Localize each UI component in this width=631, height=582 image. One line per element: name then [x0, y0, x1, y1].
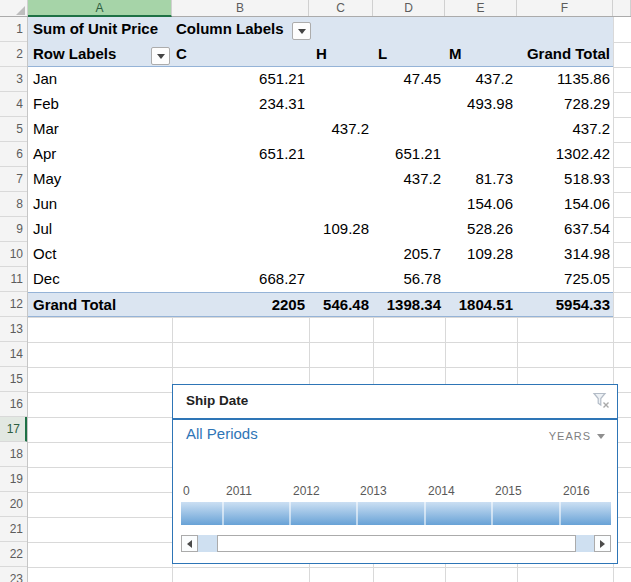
column-header-b[interactable]: B — [172, 0, 309, 16]
row-header-3[interactable]: 3 — [0, 67, 28, 92]
pivot-cell[interactable]: 1398.34 — [373, 293, 441, 318]
pivot-cell[interactable]: 493.98 — [445, 92, 513, 117]
timeline-bar[interactable] — [181, 502, 611, 525]
pivot-cell[interactable]: 437.2 — [445, 67, 513, 92]
pivot-row-label[interactable]: Mar — [33, 117, 59, 142]
pivot-row-label[interactable]: Jan — [33, 67, 57, 92]
row-header-1[interactable]: 1 — [0, 17, 28, 42]
pivot-cell[interactable]: 651.21 — [373, 142, 441, 167]
pivot-cell[interactable]: 56.78 — [373, 267, 441, 292]
pivot-cell[interactable]: 109.28 — [445, 242, 513, 267]
pivot-row-label[interactable]: Jun — [33, 192, 57, 217]
row-labels-filter-button[interactable] — [151, 47, 170, 65]
column-header-a[interactable]: A — [28, 0, 172, 17]
pivot-cell[interactable]: 651.21 — [172, 142, 305, 167]
clear-filter-button[interactable] — [590, 389, 612, 411]
pivot-cell[interactable]: 5954.33 — [517, 293, 610, 318]
pivot-cell[interactable]: 437.2 — [517, 117, 610, 142]
row-header-13[interactable]: 13 — [0, 317, 28, 342]
pivot-row-label[interactable]: Dec — [33, 267, 60, 292]
pivot-cell[interactable]: 81.73 — [445, 167, 513, 192]
time-level-label: YEARS — [549, 430, 591, 442]
pivot-row-label[interactable]: Feb — [33, 92, 59, 117]
pivot-col-header-grand-total[interactable]: Grand Total — [517, 42, 610, 67]
pivot-cell[interactable]: 205.7 — [373, 242, 441, 267]
pivot-cell[interactable]: 668.27 — [172, 267, 305, 292]
pivot-cell[interactable]: 518.93 — [517, 167, 610, 192]
pivot-cell[interactable]: 2205 — [172, 293, 305, 318]
scrollbar-thumb[interactable] — [217, 535, 576, 552]
column-header-d[interactable]: D — [373, 0, 445, 16]
row-header-12[interactable]: 12 — [0, 292, 28, 317]
pivot-title-cell[interactable]: Sum of Unit Price — [33, 17, 158, 42]
pivot-cell[interactable]: 437.2 — [309, 117, 369, 142]
pivot-cell[interactable]: 528.26 — [445, 217, 513, 242]
column-header-partial[interactable] — [613, 0, 631, 16]
row-header-4[interactable]: 4 — [0, 92, 28, 117]
row-header-14[interactable]: 14 — [0, 342, 28, 367]
pivot-cell[interactable]: 154.06 — [517, 192, 610, 217]
pivot-cell[interactable]: 109.28 — [309, 217, 369, 242]
timeline-segment[interactable] — [224, 502, 291, 525]
row-header-23[interactable]: 23 — [0, 567, 28, 582]
pivot-column-labels-cell[interactable]: Column Labels — [176, 17, 284, 42]
pivot-row-label[interactable]: Grand Total — [33, 293, 116, 318]
timeline-segment[interactable] — [358, 502, 426, 525]
row-header-21[interactable]: 21 — [0, 517, 28, 542]
row-header-5[interactable]: 5 — [0, 117, 28, 142]
row-header-8[interactable]: 8 — [0, 192, 28, 217]
pivot-cell[interactable]: 154.06 — [445, 192, 513, 217]
pivot-cell[interactable]: 728.29 — [517, 92, 610, 117]
pivot-cell[interactable]: 1135.86 — [517, 67, 610, 92]
row-header-16[interactable]: 16 — [0, 392, 28, 417]
pivot-cell[interactable]: 651.21 — [172, 67, 305, 92]
pivot-cell[interactable]: 546.48 — [309, 293, 369, 318]
pivot-col-header-h[interactable]: H — [316, 42, 327, 67]
pivot-cell[interactable]: 637.54 — [517, 217, 610, 242]
column-header-e[interactable]: E — [445, 0, 517, 16]
select-all-corner[interactable] — [0, 0, 28, 16]
row-header-11[interactable]: 11 — [0, 267, 28, 292]
pivot-cell[interactable]: 1302.42 — [517, 142, 610, 167]
pivot-row-labels-cell[interactable]: Row Labels — [33, 42, 116, 67]
column-labels-filter-button[interactable] — [292, 22, 311, 40]
scroll-right-button[interactable] — [594, 535, 611, 552]
pivot-cell[interactable]: 314.98 — [517, 242, 610, 267]
pivot-cell[interactable]: 47.45 — [373, 67, 441, 92]
row-header-6[interactable]: 6 — [0, 142, 28, 167]
row-header-2[interactable]: 2 — [0, 42, 28, 67]
pivot-row-label[interactable]: Oct — [33, 242, 56, 267]
row-header-18[interactable]: 18 — [0, 442, 28, 467]
row-header-19[interactable]: 19 — [0, 467, 28, 492]
column-header-f[interactable]: F — [517, 0, 613, 16]
pivot-col-header-c[interactable]: C — [176, 42, 187, 67]
time-level-dropdown[interactable]: YEARS — [549, 430, 605, 442]
row-header-22[interactable]: 22 — [0, 542, 28, 567]
pivot-row-label[interactable]: Apr — [33, 142, 56, 167]
timeline-segment[interactable] — [181, 502, 224, 525]
row-header-9[interactable]: 9 — [0, 217, 28, 242]
pivot-cell[interactable]: 437.2 — [373, 167, 441, 192]
row-header-15[interactable]: 15 — [0, 367, 28, 392]
timeline-tick: 2015 — [495, 484, 522, 498]
pivot-row: May437.281.73518.93 — [28, 167, 613, 192]
scroll-left-button[interactable] — [181, 535, 198, 552]
timeline-segment[interactable] — [493, 502, 561, 525]
pivot-cell[interactable]: 1804.51 — [445, 293, 513, 318]
pivot-cell[interactable]: 234.31 — [172, 92, 305, 117]
column-header-c[interactable]: C — [309, 0, 373, 16]
pivot-col-header-l[interactable]: L — [378, 42, 387, 67]
row-header-20[interactable]: 20 — [0, 492, 28, 517]
row-header-7[interactable]: 7 — [0, 167, 28, 192]
pivot-cell[interactable]: 725.05 — [517, 267, 610, 292]
pivot-col-header-m[interactable]: M — [449, 42, 462, 67]
pivot-row-label[interactable]: May — [33, 167, 61, 192]
timeline-segment[interactable] — [561, 502, 611, 525]
pivot-table: Sum of Unit Price Column Labels Row Labe… — [28, 17, 613, 317]
row-header-17[interactable]: 17 — [0, 417, 28, 442]
timeline-segment[interactable] — [426, 502, 493, 525]
row-header-10[interactable]: 10 — [0, 242, 28, 267]
arrow-left-icon — [187, 540, 192, 548]
pivot-row-label[interactable]: Jul — [33, 217, 52, 242]
timeline-segment[interactable] — [291, 502, 358, 525]
